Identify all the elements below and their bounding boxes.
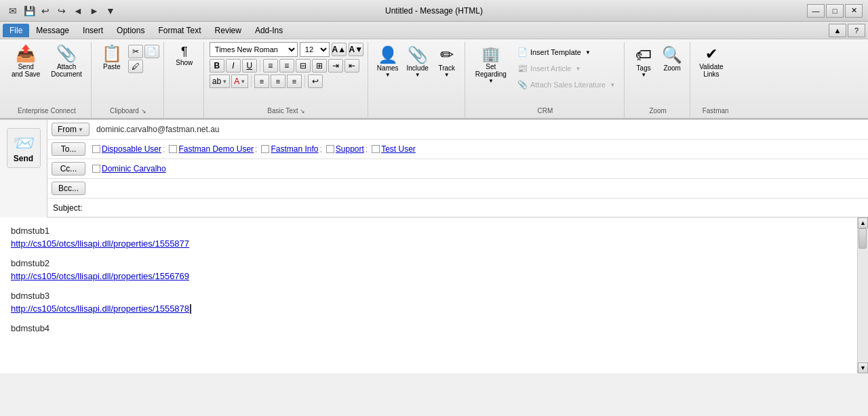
ribbon-collapse-btn[interactable]: ▲ (829, 24, 846, 37)
to-button[interactable]: To... (52, 142, 85, 156)
show-btn[interactable]: ¶ Show (170, 42, 199, 70)
subject-row: Subject: (47, 199, 868, 217)
grow-font-btn[interactable]: A▲ (332, 43, 347, 56)
cc-content: Dominic Carvalho (90, 162, 868, 175)
menu-insert[interactable]: Insert (76, 24, 110, 37)
bcc-row: Bcc... (47, 179, 868, 199)
help-btn[interactable]: ? (848, 24, 865, 37)
recipient-checkbox-disposable[interactable] (92, 145, 100, 153)
recipient-name-test-user[interactable]: Test User (381, 144, 416, 154)
track-label: Track (438, 64, 455, 72)
recipient-checkbox-dominic[interactable] (92, 165, 100, 173)
recipient-checkbox-support[interactable] (326, 145, 334, 153)
email-area: 📨 Send From ▼ dominic.carvalho@fastman.n… (0, 119, 868, 217)
recipient-name-dominic[interactable]: Dominic Carvalho (102, 164, 166, 173)
highlight-btn[interactable]: ab ▼ (210, 75, 230, 88)
zoom-group-label: Zoom (630, 106, 686, 117)
increase-indent-btn[interactable]: ⊞ (312, 59, 327, 72)
from-btn[interactable]: From ▼ (47, 120, 94, 139)
include-btn[interactable]: 📎 Include ▼ (403, 42, 432, 81)
subject-input[interactable] (88, 202, 868, 214)
underline-btn[interactable]: U (242, 59, 257, 72)
indent-left-btn[interactable]: ⇥ (328, 59, 343, 72)
menu-addins[interactable]: Add-Ins (248, 24, 290, 37)
set-regarding-btn[interactable]: 🏢 SetRegarding ▼ (471, 42, 511, 87)
save-quick-btn[interactable]: 💾 (22, 4, 37, 18)
font-size-select[interactable]: 12 (300, 42, 330, 57)
insert-template-btn[interactable]: 📄 Insert Template ▼ (513, 45, 620, 60)
scroll-down-btn[interactable]: ▼ (858, 362, 868, 373)
bullets-btn[interactable]: ≡ (263, 59, 278, 72)
format-painter-btn[interactable]: 🖊 (128, 60, 143, 73)
validate-links-label: ValidateLinks (699, 63, 723, 78)
attach-document-btn[interactable]: 📎 Attach Document (46, 42, 87, 81)
show-label-bottom (170, 106, 199, 117)
cut-btn[interactable]: ✂ (128, 45, 143, 58)
minimize-btn[interactable]: — (807, 4, 825, 18)
indent-right-btn[interactable]: ⇤ (344, 59, 359, 72)
recipient-name-fastman-info[interactable]: Fastman Info (271, 144, 318, 154)
back-btn[interactable]: ◄ (71, 4, 85, 18)
attach-sales-btn[interactable]: 📎 Attach Sales Literature ▼ (513, 77, 620, 92)
tags-btn[interactable]: 🏷 Tags ▼ (630, 42, 657, 81)
maximize-btn[interactable]: □ (826, 4, 844, 18)
recipient-name-fastman-demo[interactable]: Fastman Demo User (178, 144, 254, 154)
recipient-checkbox-test-user[interactable] (372, 145, 380, 153)
names-icon: 👤 (378, 45, 398, 64)
menu-file[interactable]: File (3, 24, 29, 37)
recipient-checkbox-fastman-demo[interactable] (169, 145, 177, 153)
italic-btn[interactable]: I (226, 59, 241, 72)
stub-1-block: bdmstub1 http://cs105/otcs/llisapi.dll/p… (11, 226, 846, 249)
tags-icon: 🏷 (635, 45, 652, 64)
paste-btn[interactable]: 📋 Paste (97, 42, 127, 74)
fastman-buttons: ✔ ValidateLinks (696, 42, 726, 106)
send-and-save-btn[interactable]: 📤 Send and Save (7, 42, 45, 81)
stub-1-name: bdmstub1 (11, 226, 846, 236)
undo-btn[interactable]: ↩ (38, 4, 53, 18)
scroll-up-btn[interactable]: ▲ (858, 217, 868, 228)
from-row: From ▼ dominic.carvalho@fastman.net.au (47, 120, 868, 140)
align-center-btn[interactable]: ≡ (271, 75, 285, 88)
menu-message[interactable]: Message (29, 24, 76, 37)
side-scrollbar[interactable]: ▲ ▼ (857, 217, 868, 373)
shrink-font-btn[interactable]: A▼ (349, 43, 363, 56)
forward-btn[interactable]: ► (87, 4, 102, 18)
stub-3-link[interactable]: http://cs105/otcs/llisapi.dll/properties… (11, 304, 189, 314)
recipient-name-disposable[interactable]: Disposable User (102, 144, 161, 154)
undo-format-btn[interactable]: ↩ (308, 75, 323, 88)
names-label: Names (377, 64, 399, 72)
cc-button[interactable]: Cc... (52, 162, 85, 175)
menu-format-text[interactable]: Format Text (151, 24, 208, 37)
font-select[interactable]: Times New Roman (210, 42, 298, 57)
menu-options[interactable]: Options (110, 24, 151, 37)
redo-btn[interactable]: ↪ (54, 4, 69, 18)
copy-btn[interactable]: 📄 (144, 45, 159, 58)
track-btn[interactable]: ✏ Track ▼ (433, 42, 460, 81)
font-color-arrow: ▼ (240, 79, 245, 85)
validate-links-icon: ✔ (705, 45, 717, 63)
email-body[interactable]: bdmstub1 http://cs105/otcs/llisapi.dll/p… (0, 217, 857, 373)
align-left-btn[interactable]: ≡ (254, 75, 269, 88)
bold-btn[interactable]: B (210, 59, 224, 72)
bcc-button[interactable]: Bcc... (52, 182, 85, 195)
menu-review[interactable]: Review (208, 24, 248, 37)
send-button[interactable]: 📨 Send (7, 128, 41, 168)
align-right-btn[interactable]: ≡ (287, 75, 302, 88)
enterprise-connect-buttons: 📤 Send and Save 📎 Attach Document (7, 42, 87, 106)
recipient-name-support[interactable]: Support (336, 144, 364, 154)
names-btn[interactable]: 👤 Names ▼ (374, 42, 402, 81)
validate-links-btn[interactable]: ✔ ValidateLinks (696, 42, 726, 81)
insert-article-btn[interactable]: 📰 Insert Article ▼ (513, 61, 620, 76)
decrease-indent-btn[interactable]: ⊟ (296, 59, 311, 72)
recipient-checkbox-fastman-info[interactable] (261, 145, 269, 153)
close-btn[interactable]: ✕ (845, 4, 863, 18)
stub-2-link[interactable]: http://cs105/otcs/llisapi.dll/properties… (11, 271, 846, 281)
from-button[interactable]: From ▼ (52, 123, 90, 136)
zoom-btn[interactable]: 🔍 Zoom (658, 42, 686, 75)
dropdown-btn[interactable]: ▼ (103, 4, 118, 18)
stub-4-name: bdmstub4 (11, 323, 846, 333)
numbering-btn[interactable]: ≡ (279, 59, 294, 72)
stub-1-link[interactable]: http://cs105/otcs/llisapi.dll/properties… (11, 238, 846, 249)
font-color-btn[interactable]: A ▼ (231, 75, 248, 88)
scroll-thumb[interactable] (859, 228, 867, 249)
